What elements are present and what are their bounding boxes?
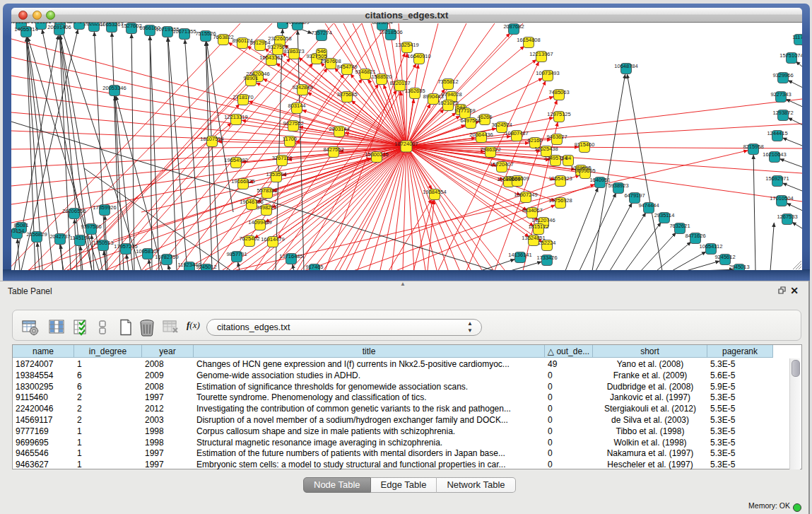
svg-text:12213319: 12213319 [224,114,247,120]
svg-text:9474444: 9474444 [638,202,659,209]
svg-text:6479197: 6479197 [624,192,645,199]
svg-text:12213967: 12213967 [529,51,553,57]
svg-text:917465: 917465 [305,264,323,270]
svg-text:9242848: 9242848 [292,84,312,90]
svg-text:1733426: 1733426 [536,255,557,261]
svg-text:13325419: 13325419 [395,42,418,48]
svg-text:7357274: 7357274 [311,30,331,36]
svg-text:7485063: 7485063 [548,89,569,95]
svg-text:8471626: 8471626 [685,233,705,239]
svg-text:15751074: 15751074 [779,52,802,59]
svg-text:9777169: 9777169 [454,107,475,114]
svg-text:16782759: 16782759 [155,254,178,260]
svg-text:1244415: 1244415 [767,130,787,136]
svg-text:3624574: 3624574 [491,122,512,128]
svg-text:19654982: 19654982 [224,157,247,163]
svg-text:2903144: 2903144 [329,126,349,132]
svg-text:1145194: 1145194 [70,235,90,241]
svg-text:16640910: 16640910 [407,53,430,59]
svg-text:16033809: 16033809 [286,23,309,25]
svg-text:2087682: 2087682 [503,23,524,30]
svg-text:20691406: 20691406 [47,24,71,30]
svg-text:9227343: 9227343 [770,91,791,98]
svg-text:8813054: 8813054 [372,23,392,25]
svg-text:8427552: 8427552 [323,146,343,153]
svg-text:803144: 803144 [288,103,305,109]
svg-text:5578332: 5578332 [257,187,277,194]
svg-text:3875685: 3875685 [336,91,357,98]
svg-text:9794028: 9794028 [441,91,461,98]
svg-text:13654923: 13654923 [548,175,572,182]
svg-text:20053346: 20053346 [102,85,126,91]
svg-text:9245612: 9245612 [714,254,735,260]
svg-text:19384554: 19384554 [423,189,446,195]
svg-text:252224: 252224 [538,240,555,246]
svg-text:1815172: 1815172 [528,223,548,230]
svg-text:85081: 85081 [14,222,29,228]
svg-text:17957225: 17957225 [114,243,137,250]
svg-text:14136141: 14136141 [508,252,531,258]
svg-text:11866024: 11866024 [11,23,33,25]
svg-text:5938923: 5938923 [608,182,628,189]
svg-text:10973493: 10973493 [536,70,559,76]
svg-text:9834067: 9834067 [522,207,542,214]
svg-text:8990443: 8990443 [423,93,443,100]
svg-text:1621025: 1621025 [437,100,458,106]
svg-text:1250513: 1250513 [93,240,113,246]
svg-text:3498222: 3498222 [256,204,276,211]
svg-text:2945013: 2945013 [729,264,749,270]
svg-text:9245012: 9245012 [196,264,216,270]
svg-text:19166825: 19166825 [231,178,254,185]
svg-text:2156829: 2156829 [26,231,47,238]
svg-text:1353594: 1353594 [266,171,286,177]
svg-text:10654112: 10654112 [700,243,723,250]
svg-text:26206556: 26206556 [62,208,86,214]
svg-text:18724007: 18724007 [394,141,418,147]
svg-text:16210643: 16210643 [763,151,786,158]
svg-text:8454749: 8454749 [336,64,357,70]
svg-text:84: 84 [565,155,571,161]
svg-text:9397586: 9397586 [81,223,101,230]
svg-text:23495784: 23495784 [543,155,567,161]
svg-text:9329966: 9329966 [772,72,793,78]
svg-text:7986322: 7986322 [480,146,500,153]
svg-text:8220137: 8220137 [389,80,410,86]
svg-text:1640951: 1640951 [589,177,610,183]
svg-text:10653267: 10653267 [100,23,123,28]
svg-text:18107554: 18107554 [200,136,223,142]
svg-text:7625402: 7625402 [239,235,259,242]
svg-text:13716485: 13716485 [279,253,302,259]
svg-text:9115460: 9115460 [575,141,595,148]
svg-text:93154: 93154 [11,228,24,234]
svg-text:14055714: 14055714 [14,26,37,33]
svg-text:9427552: 9427552 [283,120,303,127]
svg-text:10688609: 10688609 [505,175,529,182]
svg-text:1267533: 1267533 [777,214,797,220]
svg-text:16543362: 16543362 [259,54,283,61]
svg-text:10671355: 10671355 [172,28,196,35]
svg-text:23226058: 23226058 [268,35,291,42]
svg-text:7663822: 7663822 [213,34,233,40]
svg-text:15692971: 15692971 [765,175,789,182]
svg-text:2935114: 2935114 [654,212,675,218]
svg-text:14099489: 14099489 [248,219,271,226]
svg-text:98901: 98901 [244,75,259,81]
svg-text:1362635: 1362635 [404,88,425,94]
svg-text:3267110: 3267110 [272,155,293,161]
svg-text:8215958: 8215958 [743,144,763,150]
svg-text:8186323: 8186323 [283,48,304,54]
svg-text:16914479: 16914479 [261,236,284,243]
svg-text:9857791: 9857791 [226,251,247,257]
svg-text:9463627: 9463627 [546,134,567,140]
svg-text:1293872: 1293872 [772,110,793,116]
svg-text:2042737: 2042737 [49,233,70,240]
svg-text:10648784: 10648784 [614,63,637,69]
svg-text:11700: 11700 [283,136,297,142]
svg-text:11170: 11170 [792,34,802,40]
svg-text:17359926: 17359926 [93,204,116,211]
svg-text:62160: 62160 [528,137,543,144]
svg-text:16154808: 16154808 [517,37,540,43]
svg-text:2718170: 2718170 [233,94,253,100]
svg-text:10807487: 10807487 [505,130,528,136]
svg-text:17010504: 17010504 [770,195,793,201]
